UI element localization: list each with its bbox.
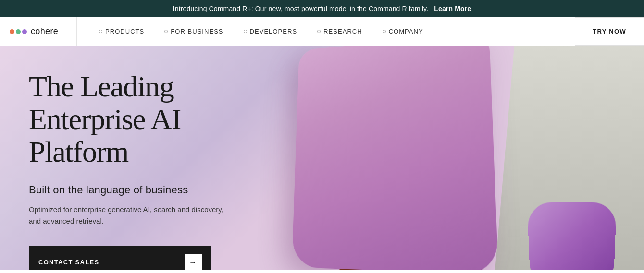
hero-title: The Leading Enterprise AI Platform [29, 70, 240, 168]
nav-dot-products [99, 30, 102, 33]
logo-dot-coral [10, 29, 14, 34]
nav-item-research[interactable]: RESEARCH [310, 24, 370, 39]
nav-item-company[interactable]: COMPANY [375, 24, 431, 39]
logo-icon [10, 29, 27, 34]
logo-dot-purple [22, 29, 27, 34]
shape-container [250, 46, 644, 270]
try-now-button[interactable]: TRY NOW [575, 17, 644, 46]
nav-dot-for-business [164, 30, 168, 33]
shape-main-purple [292, 46, 498, 270]
nav-dot-company [383, 30, 386, 33]
nav-label-developers: DEVELOPERS [250, 28, 297, 35]
nav-item-for-business[interactable]: FOR BUSINESS [157, 24, 231, 39]
nav-links: PRODUCTS FOR BUSINESS DEVELOPERS RESEARC… [77, 17, 575, 46]
contact-sales-button[interactable]: CONTACT SALES → [29, 246, 211, 270]
nav-item-products[interactable]: PRODUCTS [91, 24, 152, 39]
announcement-link[interactable]: Learn More [434, 5, 471, 12]
hero-description: Optimized for enterprise generative AI, … [29, 204, 231, 227]
announcement-text: Introducing Command R+: Our new, most po… [173, 5, 428, 12]
hero-subtitle: Built on the language of business [29, 184, 240, 196]
hero-content: The Leading Enterprise AI Platform Built… [0, 46, 269, 270]
nav-label-for-business: FOR BUSINESS [171, 28, 223, 35]
navbar: cohere PRODUCTS FOR BUSINESS DEVELOPERS … [0, 17, 644, 46]
shape-small-purple [527, 202, 617, 270]
cta-buttons: CONTACT SALES → TRY THE PLAYGROUND [29, 246, 211, 270]
logo-text: cohere [31, 26, 58, 36]
nav-label-research: RESEARCH [323, 28, 362, 35]
nav-item-developers[interactable]: DEVELOPERS [236, 24, 305, 39]
nav-dot-developers [244, 30, 247, 33]
hero-title-line1: The Leading [29, 70, 173, 103]
contact-sales-label: CONTACT SALES [38, 259, 99, 266]
hero-section: The Leading Enterprise AI Platform Built… [0, 46, 644, 270]
logo-dot-green [16, 29, 21, 34]
nav-label-company: COMPANY [389, 28, 423, 35]
nav-label-products: PRODUCTS [105, 28, 144, 35]
logo[interactable]: cohere [0, 17, 77, 46]
hero-title-line2: Enterprise AI Platform [29, 103, 181, 168]
arrow-icon: → [185, 254, 202, 270]
nav-dot-research [317, 30, 321, 33]
announcement-bar: Introducing Command R+: Our new, most po… [0, 0, 644, 17]
hero-visual [250, 46, 644, 270]
